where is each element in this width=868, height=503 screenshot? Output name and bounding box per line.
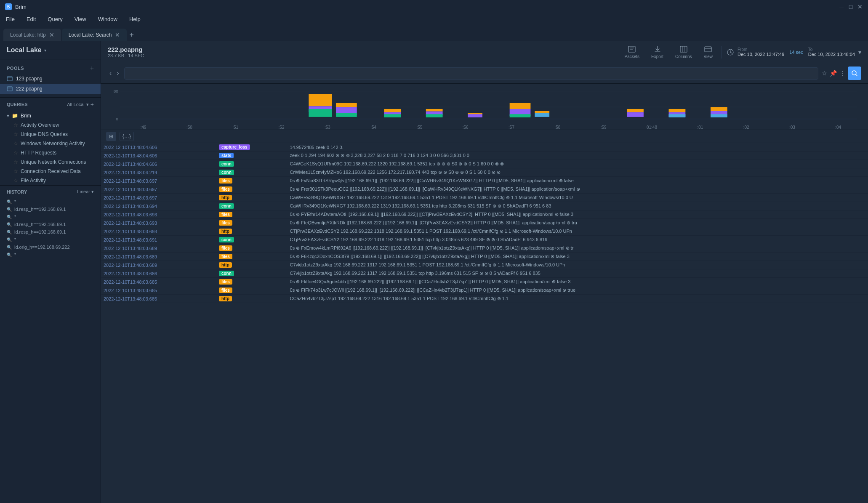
table-row[interactable]: 2022-12-10T13:48:03.693 files 0s ⊗ FteQB…: [101, 219, 868, 227]
search-more-button[interactable]: ⋮: [839, 70, 845, 77]
table-row[interactable]: 2022-12-10T13:48:03.697 http CaWHRv349Q1…: [101, 194, 868, 202]
pools-label: POOLS: [7, 66, 24, 71]
table-row[interactable]: 2022-12-10T13:48:03.689 files 0s ⊗ F6Kzq…: [101, 253, 868, 261]
history-item[interactable]: 🔍*: [0, 198, 101, 205]
history-search-icon: 🔍: [7, 245, 12, 250]
search-star-button[interactable]: ☆: [822, 70, 827, 77]
queries-section: QUERIES All Local ▾ + ▾ 📁 Brim ☆Activity…: [0, 97, 101, 185]
table-row[interactable]: 2022-12-10T13:48:03.685 files 0s ⊗ FkIfo…: [101, 278, 868, 286]
table-row[interactable]: 2022-12-10T13:48:03.693 http CTjPrw3EAXz…: [101, 227, 868, 236]
query-item[interactable]: ☆Connection Received Data: [0, 167, 101, 176]
packets-button[interactable]: Packets: [621, 43, 643, 61]
history-item[interactable]: 🔍*: [0, 236, 101, 243]
search-nav: ‹ ›: [108, 69, 121, 78]
row-time: 2022-12-10T13:48:04.219: [101, 168, 216, 177]
export-button[interactable]: Export: [648, 43, 667, 61]
menu-window[interactable]: Window: [96, 15, 120, 23]
row-data: CTjPrw3EAXzEvdCSY2 192.168.69.222 1318 1…: [288, 236, 868, 244]
search-back-button[interactable]: ‹: [108, 69, 113, 78]
table-row[interactable]: 2022-12-10T13:48:03.691 conn CTjPrw3EAXz…: [101, 236, 868, 244]
history-header: HISTORY Linear ▾: [0, 186, 101, 198]
sidebar-chevron-icon[interactable]: ▾: [44, 48, 46, 53]
data-table-area[interactable]: ⊞ {…} 2022-12-10T13:48:04.606 capture_lo…: [101, 130, 868, 503]
history-item[interactable]: 🔍id.resp_h==192.168.69.1: [0, 221, 101, 228]
table-view-grid-button[interactable]: ⊞: [106, 132, 116, 141]
close-button[interactable]: ✕: [857, 4, 863, 10]
menu-help[interactable]: Help: [127, 15, 143, 23]
tab-http[interactable]: Local Lake: http ✕: [3, 29, 61, 41]
from-label: From: [738, 47, 784, 52]
titlebar-controls: ─ □ ✕: [839, 4, 863, 10]
row-data: CrWMes1L5zm4yMZHo6 192.168.69.222 1256 1…: [288, 168, 868, 177]
table-row[interactable]: 2022-12-10T13:48:04.606 capture_loss 14.…: [101, 143, 868, 152]
tab-search[interactable]: Local Lake: Search ✕: [62, 29, 127, 41]
query-item[interactable]: ☆Unique DNS Queries: [0, 130, 101, 139]
minimize-button[interactable]: ─: [839, 4, 844, 10]
search-pin-button[interactable]: 📌: [830, 70, 837, 77]
search-input[interactable]: [124, 67, 818, 80]
tab-add-button[interactable]: +: [128, 29, 136, 41]
brim-folder[interactable]: ▾ 📁 Brim: [0, 111, 101, 120]
time-expand-button[interactable]: ▾: [858, 49, 861, 56]
table-row[interactable]: 2022-12-10T13:48:03.685 files 0s ⊗ FfFk7…: [101, 286, 868, 295]
history-item[interactable]: 🔍id.resp_h==192.168.69.1: [0, 205, 101, 213]
history-item[interactable]: 🔍*: [0, 213, 101, 221]
table-row[interactable]: 2022-12-10T13:48:03.689 files 0s ⊗ FxEmo…: [101, 244, 868, 253]
maximize-button[interactable]: □: [848, 4, 854, 10]
menu-query[interactable]: Query: [45, 15, 65, 23]
query-item[interactable]: ☆Activity Overview: [0, 120, 101, 130]
history-item[interactable]: 🔍id.resp_h==192.168.69.1: [0, 228, 101, 236]
svg-rect-36: [535, 111, 549, 113]
table-row[interactable]: 2022-12-10T13:48:04.606 stats zeek 0 1,2…: [101, 152, 868, 160]
svg-text:0: 0: [116, 117, 118, 122]
search-go-button[interactable]: [848, 67, 861, 80]
row-time: 2022-12-10T13:48:03.689: [101, 244, 216, 253]
svg-rect-22: [336, 103, 357, 107]
sidebar: Local Lake ▾ POOLS + 123.pcapng 222.pcap…: [0, 41, 101, 503]
table-row[interactable]: 2022-12-10T13:48:04.606 conn C4WGeK1SyQ1…: [101, 160, 868, 168]
table-row[interactable]: 2022-12-10T13:48:04.219 conn CrWMes1L5zm…: [101, 168, 868, 177]
tab-http-close[interactable]: ✕: [49, 32, 54, 38]
pool-icon-222: [7, 86, 13, 92]
svg-rect-7: [680, 46, 687, 52]
pools-add-button[interactable]: +: [90, 64, 94, 72]
table-view-json-button[interactable]: {…}: [120, 132, 134, 141]
row-data: 0s ⊗ FvNcr83fTrtSRgw0j5 |[192.168.69.1]|…: [288, 177, 868, 185]
history-mode[interactable]: Linear ▾: [77, 189, 94, 194]
pool-item-123[interactable]: 123.pcapng: [0, 74, 101, 84]
query-item[interactable]: ☆Unique Network Connections: [0, 157, 101, 167]
row-time: 2022-12-10T13:48:03.685: [101, 278, 216, 286]
menu-edit[interactable]: Edit: [24, 15, 38, 23]
query-item[interactable]: ☆File Activity: [0, 176, 101, 185]
table-row[interactable]: 2022-12-10T13:48:03.697 files 0s ⊗ FvNcr…: [101, 177, 868, 185]
star-icon: ☆: [13, 159, 18, 165]
view-button[interactable]: View: [700, 43, 716, 61]
table-row[interactable]: 2022-12-10T13:48:03.685 http CCaZHn4vb2T…: [101, 295, 868, 303]
pool-item-222[interactable]: 222.pcapng: [0, 84, 101, 94]
table-row[interactable]: 2022-12-10T13:48:03.697 files 0s ⊗ Frer3…: [101, 185, 868, 194]
query-item[interactable]: ☆Windows Networking Activity: [0, 139, 101, 148]
menu-file[interactable]: File: [3, 15, 17, 23]
table-row[interactable]: 2022-12-10T13:48:03.686 conn C7vkjb1otzZ…: [101, 269, 868, 278]
row-time: 2022-12-10T13:48:03.691: [101, 236, 216, 244]
table-row[interactable]: 2022-12-10T13:48:03.693 files 0s ⊗ FYEfh…: [101, 210, 868, 219]
row-badge: files: [216, 244, 288, 253]
toolbar-separator: [721, 46, 722, 59]
menu-view[interactable]: View: [72, 15, 89, 23]
row-data: 0s ⊗ FteQBwmIjqYXtkRDk |[192.168.69.222]…: [288, 219, 868, 227]
queries-filter[interactable]: All Local ▾ +: [67, 101, 94, 108]
table-row[interactable]: 2022-12-10T13:48:03.689 http C7vkjb1otzZ…: [101, 261, 868, 269]
svg-rect-43: [711, 107, 727, 111]
queries-add-icon[interactable]: +: [91, 101, 94, 108]
row-time: 2022-12-10T13:48:03.693: [101, 227, 216, 236]
history-item[interactable]: 🔍*: [0, 251, 101, 258]
row-badge: files: [216, 210, 288, 219]
svg-rect-35: [510, 114, 531, 117]
columns-button[interactable]: Columns: [672, 43, 695, 61]
svg-rect-37: [535, 113, 549, 117]
table-row[interactable]: 2022-12-10T13:48:03.694 conn CaWHRv349Q1…: [101, 202, 868, 210]
query-item[interactable]: ☆HTTP Requests: [0, 148, 101, 157]
tab-search-close[interactable]: ✕: [115, 32, 120, 38]
history-item[interactable]: 🔍id.orig_h==192.168.69.222: [0, 243, 101, 251]
search-forward-button[interactable]: ›: [115, 69, 120, 78]
